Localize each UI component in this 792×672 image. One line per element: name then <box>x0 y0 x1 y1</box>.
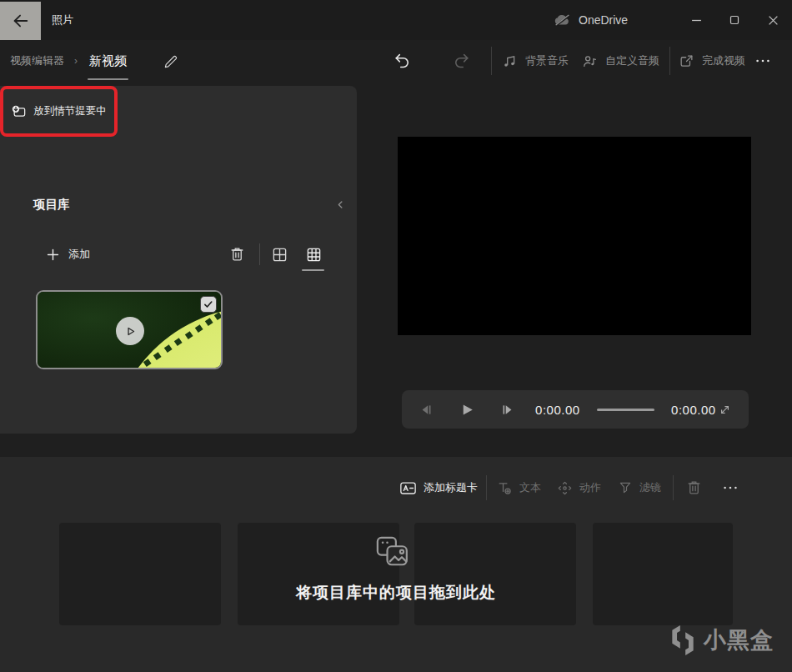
place-in-storyboard-button[interactable]: 放到情节提要中 <box>0 86 118 137</box>
place-in-storyboard-label: 放到情节提要中 <box>33 104 107 118</box>
place-in-storyboard-icon <box>11 103 28 120</box>
thumbnail-selected-checkbox[interactable] <box>200 296 217 313</box>
plus-icon <box>46 248 60 262</box>
heybox-logo-icon <box>669 624 697 656</box>
playback-bar: 0:00.00 0:00.00 <box>402 390 749 429</box>
text-tool-icon <box>497 480 513 496</box>
storyboard-slot[interactable] <box>59 523 221 625</box>
library-video-thumbnail[interactable] <box>36 290 223 369</box>
pencil-icon <box>163 53 179 69</box>
total-time: 0:00.00 <box>671 403 716 417</box>
toolbar-divider <box>669 47 670 75</box>
onedrive-cloud-slash-icon <box>554 13 571 28</box>
next-frame-button[interactable] <box>498 402 515 418</box>
toolbar-divider <box>491 47 492 75</box>
music-note-icon <box>502 53 518 69</box>
export-icon <box>679 53 694 69</box>
more-options-button[interactable] <box>754 40 772 82</box>
storyboard-section: 添加标题卡 文本 动作 滤镜 <box>0 457 792 672</box>
undo-icon <box>393 52 412 70</box>
storyboard-slot[interactable] <box>414 523 576 625</box>
motion-button[interactable]: 动作 <box>557 471 601 504</box>
finish-video-button[interactable]: 完成视频 <box>679 40 745 82</box>
grid-view-small-button[interactable] <box>269 244 289 264</box>
delete-from-library-button[interactable] <box>227 243 247 265</box>
video-preview[interactable] <box>398 137 751 335</box>
rename-project-button[interactable] <box>157 40 185 82</box>
motion-label: 动作 <box>579 480 601 495</box>
ellipsis-icon <box>754 52 772 70</box>
thumbnail-play-button[interactable] <box>116 317 144 345</box>
custom-audio-button[interactable]: 自定义音频 <box>582 40 659 82</box>
redo-icon <box>452 52 470 70</box>
custom-audio-label: 自定义音频 <box>605 53 659 68</box>
onedrive-status[interactable]: OneDrive <box>554 0 628 40</box>
breadcrumb-video-editor[interactable]: 视频编辑器 <box>10 53 64 68</box>
checkmark-icon <box>203 299 213 309</box>
close-button[interactable] <box>754 0 792 40</box>
breadcrumb: 视频编辑器 › 新视频 <box>10 40 128 82</box>
library-title: 项目库 <box>33 197 70 213</box>
photos-stack-icon <box>374 534 411 571</box>
storyboard-trash-button[interactable] <box>682 471 705 504</box>
play-button[interactable] <box>458 402 475 418</box>
project-name[interactable]: 新视频 <box>88 53 128 69</box>
fullscreen-button[interactable] <box>716 403 734 417</box>
redo-button[interactable] <box>452 40 470 82</box>
add-label: 添加 <box>68 247 90 262</box>
title-bar: 照片 OneDrive <box>0 0 792 40</box>
minimize-button[interactable] <box>677 0 715 40</box>
grid-2x2-icon <box>272 247 288 263</box>
person-audio-icon <box>582 53 598 69</box>
maximize-button[interactable] <box>715 0 754 40</box>
trash-icon <box>229 246 245 263</box>
title-card-icon <box>399 480 417 496</box>
motion-icon <box>557 480 573 496</box>
toolbar-divider <box>673 475 674 500</box>
add-title-card-button[interactable]: 添加标题卡 <box>399 471 478 504</box>
previous-frame-button[interactable] <box>419 402 436 418</box>
storyboard-slot[interactable] <box>593 523 733 625</box>
text-button[interactable]: 文本 <box>497 471 541 504</box>
back-button[interactable] <box>0 2 41 40</box>
toolbar-divider <box>486 475 487 500</box>
watermark-brand: 小黑盒 <box>704 625 774 655</box>
onedrive-label: OneDrive <box>579 13 628 27</box>
selected-view-underline <box>302 269 324 271</box>
breadcrumb-chevron-icon: › <box>74 55 78 67</box>
ellipsis-icon <box>721 479 739 497</box>
photos-app-window: 照片 OneDrive 视频编辑器 › 新视频 <box>0 0 792 672</box>
undo-button[interactable] <box>393 40 412 82</box>
background-music-label: 背景音乐 <box>525 53 569 68</box>
text-label: 文本 <box>519 480 541 495</box>
filters-label: 滤镜 <box>639 480 661 495</box>
storyboard-more-button[interactable] <box>714 471 747 504</box>
project-library-panel: 项目库 添加 放到情节提要中 <box>0 86 357 434</box>
app-title: 照片 <box>52 0 73 40</box>
back-arrow-icon <box>12 12 30 30</box>
current-time: 0:00.00 <box>535 403 580 417</box>
grid-3x3-icon <box>306 247 322 263</box>
finish-video-label: 完成视频 <box>702 53 745 68</box>
background-music-button[interactable]: 背景音乐 <box>502 40 569 82</box>
trash-icon <box>686 479 702 496</box>
add-title-card-label: 添加标题卡 <box>424 480 478 495</box>
toolbar-divider <box>259 243 260 265</box>
collapse-panel-button[interactable] <box>332 196 348 213</box>
drop-hint-text: 将项目库中的项目拖到此处 <box>208 582 584 604</box>
filter-icon <box>618 480 633 495</box>
filters-button[interactable]: 滤镜 <box>618 471 661 504</box>
grid-view-large-button[interactable] <box>303 244 324 264</box>
seek-slider[interactable] <box>597 409 654 411</box>
add-media-button[interactable]: 添加 <box>46 243 90 266</box>
watermark: 小黑盒 <box>669 623 774 658</box>
